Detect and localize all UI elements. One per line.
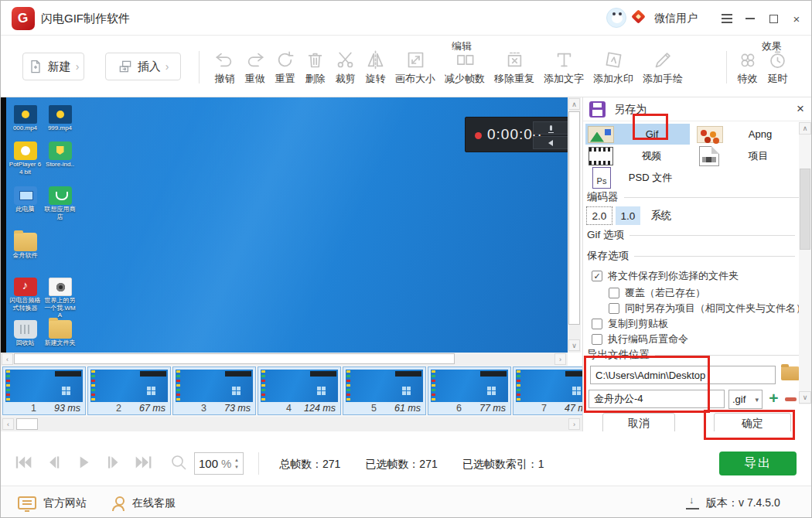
remove-duplicate-tool[interactable]: 移除重复	[490, 49, 539, 86]
preview-vscrollbar[interactable]: ∧ ∨	[568, 97, 581, 353]
frame-number: 5	[371, 403, 377, 414]
checkbox-icon[interactable]	[609, 303, 619, 314]
filmstrip-frame-7[interactable]: 747 ms	[513, 366, 582, 415]
filmstrip-frame-4[interactable]: 4124 ms	[258, 366, 341, 415]
encoder-option-1.0[interactable]: 1.0	[616, 206, 640, 225]
panel-scrollbar[interactable]: ∧ ∨	[799, 122, 812, 404]
preview-hscrollbar[interactable]: ‹ ›	[1, 353, 568, 366]
crop-tool[interactable]: 裁剪	[330, 49, 360, 86]
export-path-input[interactable]: C:\Users\Admin\Desktop	[590, 366, 776, 384]
filmstrip-frame-5[interactable]: 561 ms	[343, 366, 426, 415]
effects-tool[interactable]: 特效	[732, 49, 763, 86]
filename-input[interactable]: 金舟办公-4	[589, 390, 725, 408]
redo-tool[interactable]: 重做	[240, 49, 270, 86]
first-frame-button[interactable]	[13, 452, 33, 475]
delay-tool[interactable]: 延时	[763, 49, 793, 86]
canvas-size-tool[interactable]: 画布大小	[391, 49, 440, 86]
panel-close-icon[interactable]: ×	[793, 101, 808, 117]
zoom-spinner[interactable]: 100 % ▲▼	[194, 452, 244, 475]
play-button[interactable]	[73, 452, 94, 475]
filmstrip-scroll-thumb[interactable]	[16, 418, 38, 430]
gif-options-header[interactable]: Gif 选项∨	[587, 228, 810, 242]
save-option-checkbox[interactable]: 覆盖（若已存在）	[609, 286, 705, 300]
vscroll-thumb[interactable]	[568, 111, 580, 325]
menu-icon[interactable]	[718, 10, 735, 27]
remove-extension-button[interactable]	[785, 397, 797, 401]
add-drawing-tool[interactable]: 添加手绘	[638, 49, 687, 86]
user-avatar[interactable]	[606, 8, 626, 28]
save-option-checkbox[interactable]: 同时另存为项目（相同文件夹与文件名）	[609, 302, 806, 315]
filmstrip-scrollbar[interactable]: ‹ ›	[1, 417, 582, 431]
selected-frame-index: 已选帧数索引：1	[462, 458, 544, 472]
scroll-down-icon[interactable]: ∨	[799, 391, 811, 404]
format-option-psd[interactable]: PSD 文件	[585, 167, 690, 188]
format-option-gif[interactable]: Gif	[585, 124, 690, 145]
add-extension-button[interactable]: +	[767, 392, 780, 405]
minimize-button[interactable]	[742, 10, 759, 27]
encoder-option-system[interactable]: 系统	[647, 206, 676, 225]
app-logo-icon	[12, 7, 35, 30]
checkbox-label: 复制到剪贴板	[608, 317, 668, 331]
save-option-checkbox[interactable]: 执行编码后置命令	[592, 332, 688, 346]
panel-scroll-thumb[interactable]	[800, 169, 810, 250]
frame-thumbnail	[516, 370, 582, 402]
extension-dropdown[interactable]: .gif▾	[728, 390, 763, 409]
official-website-link[interactable]: 官方网站	[18, 486, 87, 518]
reset-tool[interactable]: 重置	[270, 49, 300, 86]
online-support-link[interactable]: 在线客服	[111, 486, 176, 518]
scroll-right-icon[interactable]: ›	[554, 353, 566, 365]
status-bar: 100 % ▲▼ 总帧数：271 已选帧数：271 已选帧数索引：1 导出	[1, 431, 812, 486]
save-option-checkbox[interactable]: ✓将文件保存到你选择的文件夹	[592, 269, 739, 283]
spinner-arrows[interactable]: ▲▼	[234, 457, 239, 470]
desktop-icon: 此电脑	[8, 186, 43, 213]
previous-frame-button[interactable]	[43, 452, 63, 475]
format-option-apng[interactable]: Apng	[693, 124, 797, 145]
next-frame-button[interactable]	[104, 452, 124, 475]
add-text-tool[interactable]: 添加文字	[539, 49, 589, 86]
checkbox-icon[interactable]: ✓	[592, 271, 602, 281]
browse-folder-icon[interactable]	[781, 366, 800, 380]
frame-preview-canvas[interactable]: 000.mp4999.mp4PotPlayer 64 bitStore-ind.…	[1, 97, 568, 353]
scroll-up-icon[interactable]: ∧	[799, 122, 811, 135]
encoder-option-2.0[interactable]: 2.0	[586, 206, 612, 225]
format-option-project[interactable]: 项目	[693, 145, 797, 166]
username-label[interactable]: 微信用户	[654, 1, 698, 36]
title-bar: 闪电GIF制作软件 微信用户 ×	[1, 1, 812, 36]
filmstrip-frame-6[interactable]: 677 ms	[428, 366, 511, 415]
hscroll-thumb[interactable]	[14, 353, 455, 364]
scroll-down-icon[interactable]: ∨	[568, 339, 580, 351]
format-option-video[interactable]: 视频	[585, 145, 690, 166]
tool-label: 移除重复	[494, 72, 534, 86]
undo-tool[interactable]: 撤销	[210, 49, 240, 86]
insert-button[interactable]: 插入›	[105, 53, 181, 80]
frame-info: 总帧数：271 已选帧数：271 已选帧数索引：1	[279, 458, 544, 472]
maximize-button[interactable]	[765, 10, 782, 27]
save-options-header[interactable]: 保存选项∧	[587, 249, 810, 263]
version-info[interactable]: 版本：v 7.4.5.0	[686, 486, 780, 518]
new-button[interactable]: 新建›	[22, 53, 84, 80]
rotate-tool[interactable]: 旋转	[360, 49, 391, 86]
scroll-up-icon[interactable]: ∧	[568, 98, 580, 110]
export-button[interactable]: 导出	[719, 452, 797, 475]
checkbox-label: 覆盖（若已存在）	[625, 286, 705, 300]
speaker-button	[533, 136, 568, 149]
new-doc-icon	[28, 59, 43, 74]
filmstrip-frame-2[interactable]: 267 ms	[87, 366, 171, 415]
save-option-checkbox[interactable]: 复制到剪贴板	[592, 317, 668, 331]
delete-tool[interactable]: 删除	[300, 49, 330, 86]
last-frame-button[interactable]	[134, 452, 154, 475]
checkbox-icon[interactable]	[592, 319, 602, 329]
add-watermark-tool[interactable]: 添加水印	[589, 49, 638, 86]
scroll-left-icon[interactable]: ‹	[2, 353, 13, 365]
scroll-right-icon[interactable]: ›	[568, 418, 580, 430]
reduce-frames-tool[interactable]: 减少帧数	[440, 49, 490, 86]
checkbox-icon[interactable]	[609, 288, 619, 298]
scroll-left-icon[interactable]: ‹	[2, 418, 14, 430]
filmstrip-frame-3[interactable]: 373 ms	[172, 366, 256, 415]
total-frames: 总帧数：271	[279, 458, 340, 472]
desktop-icon: 999.mp4	[43, 105, 77, 132]
checkbox-icon[interactable]	[592, 334, 602, 345]
video-icon	[49, 105, 72, 124]
filmstrip-frame-1[interactable]: 193 ms	[2, 366, 86, 415]
close-button[interactable]: ×	[788, 10, 805, 27]
